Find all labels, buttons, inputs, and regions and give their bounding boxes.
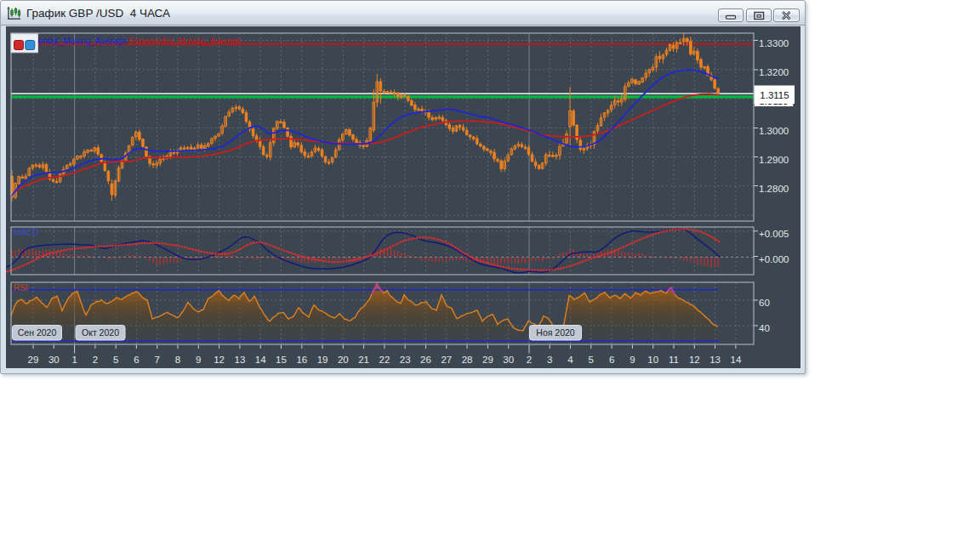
- svg-text:1.3200: 1.3200: [759, 67, 789, 77]
- svg-text:13: 13: [709, 355, 721, 365]
- svg-text:6: 6: [134, 355, 139, 365]
- svg-text:20: 20: [338, 355, 349, 365]
- svg-text:26: 26: [420, 355, 431, 365]
- svg-text:22: 22: [379, 355, 390, 365]
- svg-text:16: 16: [296, 355, 307, 365]
- svg-text:Сен 2020: Сен 2020: [18, 327, 57, 338]
- svg-text:3: 3: [547, 355, 552, 365]
- svg-text:2: 2: [93, 355, 98, 365]
- svg-text:5: 5: [589, 355, 594, 365]
- svg-text:6: 6: [609, 355, 614, 365]
- svg-text:7: 7: [154, 355, 159, 365]
- svg-text:15: 15: [276, 355, 287, 365]
- svg-text:21: 21: [358, 355, 369, 365]
- svg-text:60: 60: [759, 298, 770, 308]
- svg-text:2: 2: [527, 355, 532, 365]
- svg-text:1.2800: 1.2800: [759, 184, 789, 194]
- svg-text:1.3300: 1.3300: [759, 38, 789, 48]
- svg-text:14: 14: [731, 355, 742, 365]
- svg-text:RSI: RSI: [14, 283, 28, 293]
- svg-text:+0.005: +0.005: [759, 229, 789, 239]
- svg-text:1.2900: 1.2900: [759, 155, 789, 165]
- svg-text:12: 12: [214, 355, 225, 365]
- svg-text:30: 30: [48, 355, 60, 365]
- svg-text:14: 14: [255, 355, 266, 365]
- svg-text:12: 12: [689, 355, 700, 365]
- svg-text:1: 1: [71, 355, 77, 365]
- svg-text:9: 9: [630, 355, 635, 365]
- svg-text:29: 29: [482, 355, 493, 365]
- svg-text:30: 30: [503, 355, 514, 365]
- svg-text:29: 29: [28, 355, 39, 365]
- svg-text:1.3000: 1.3000: [759, 126, 789, 136]
- svg-text:8: 8: [175, 355, 180, 365]
- svg-text:Exponential_Moving_Average: Exponential_Moving_Average: [128, 37, 242, 46]
- svg-text:10: 10: [647, 355, 658, 365]
- svg-text:Окт 2020: Окт 2020: [82, 327, 119, 338]
- svg-text:40: 40: [759, 323, 770, 333]
- svg-text:28: 28: [462, 355, 473, 365]
- svg-text:27: 27: [441, 355, 452, 365]
- svg-text:1.3115: 1.3115: [760, 90, 789, 100]
- svg-text:+0.000: +0.000: [759, 254, 789, 264]
- svg-text:23: 23: [400, 355, 411, 365]
- svg-text:ential_Moving_Average: ential_Moving_Average: [38, 37, 128, 46]
- svg-text:MACD: MACD: [14, 228, 38, 237]
- svg-text:9: 9: [196, 355, 201, 365]
- svg-text:4: 4: [567, 355, 573, 365]
- svg-text:5: 5: [113, 355, 118, 365]
- svg-text:13: 13: [235, 355, 246, 365]
- svg-text:11: 11: [669, 355, 679, 365]
- svg-text:19: 19: [317, 355, 328, 365]
- svg-text:Ноя 2020: Ноя 2020: [536, 327, 575, 338]
